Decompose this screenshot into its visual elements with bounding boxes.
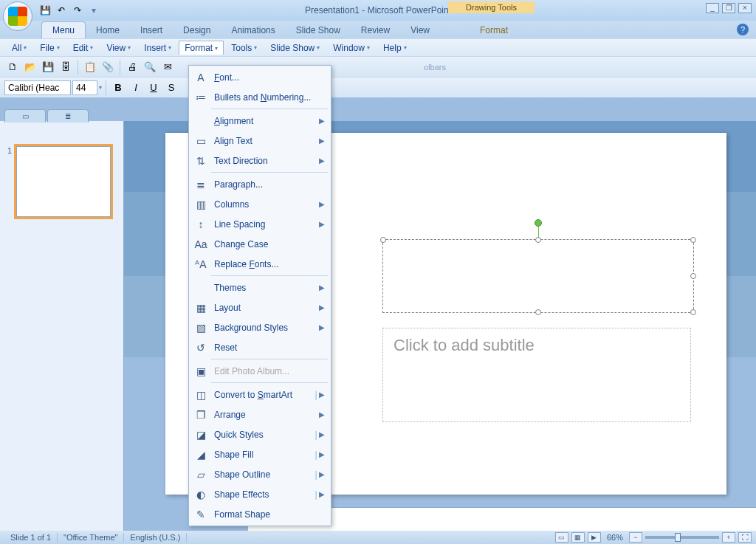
menu-item-label: Change Case [214,239,325,249]
format-menu-item[interactable]: ▱Shape Outline|▶ [189,464,331,484]
format-menu-item[interactable]: ↺Reset [189,337,331,357]
submenu-arrow-icon: ▶ [319,390,325,399]
format-menu-item[interactable]: ▭Align Text▶ [189,131,331,151]
resize-handle-ne[interactable] [690,237,696,243]
classic-menu-all[interactable]: All▾ [6,41,32,55]
mail-icon[interactable]: ✉ [159,59,176,75]
minimize-button[interactable]: _ [706,3,719,13]
font-size-combo[interactable]: 44 [72,80,97,95]
classic-menu-format[interactable]: Format▾ [179,41,224,55]
ribbon-tab-format[interactable]: Format [470,22,518,38]
fit-to-window-button[interactable]: ⛶ [738,532,752,543]
format-menu-item[interactable]: ᴬAReplace Fonts... [189,254,331,274]
format-menu-item[interactable]: ≔Bullets and Numbering... [189,87,331,107]
format-menu-item[interactable]: ▦Layout▶ [189,297,331,317]
redo-icon[interactable]: ↷ [71,4,84,17]
classic-menu-tools[interactable]: Tools▾ [225,41,263,55]
format-menu-item[interactable]: ◐Shape Effects|▶ [189,484,331,504]
slideshow-view-button[interactable]: ▶ [588,532,601,543]
ribbon-tab-insert[interactable]: Insert [130,22,173,38]
resize-handle-nw[interactable] [380,237,386,243]
format-menu-item[interactable]: ⇅Text Direction▶ [189,151,331,171]
ribbon-tab-animations[interactable]: Animations [221,22,285,38]
classic-menu-insert[interactable]: Insert▾ [138,41,177,55]
save-icon[interactable]: 💾 [40,59,56,75]
classic-menu-slideshow[interactable]: Slide Show▾ [264,41,326,55]
format-menu-item[interactable]: ▥Columns▶ [189,194,331,214]
normal-view-button[interactable]: ▭ [555,532,568,543]
menu-item-icon: ◢ [192,447,210,463]
subtitle-placeholder-text: Click to add subtitle [394,336,535,355]
save-icon[interactable]: 💾 [38,4,52,17]
font-name-combo[interactable]: Calibri (Heac [4,80,71,95]
zoom-in-button[interactable]: + [722,532,735,543]
status-language[interactable]: English (U.S.) [124,533,187,542]
menu-item-label: Reset [214,342,325,353]
format-menu-item[interactable]: Themes▶ [189,278,331,297]
menu-item-icon: ▧ [192,320,210,336]
resize-handle-e[interactable] [690,273,696,279]
new-icon[interactable]: 🗋 [4,59,21,75]
formatting-toolbar: Calibri (Heac 44 ▾ B I U S [0,77,756,97]
subtitle-placeholder[interactable]: Click to add subtitle [382,328,691,422]
qat-customize-icon[interactable]: ▾ [87,4,100,17]
outline-tab[interactable]: ≣ [47,109,89,123]
close-button[interactable]: × [738,3,752,13]
ribbon-tab-design[interactable]: Design [173,22,221,38]
window-title: Presentation1 - Microsoft PowerPoint [305,5,451,16]
classic-menu-view[interactable]: View▾ [100,41,137,55]
format-menu-item: ▣Edit Photo Album... [189,361,331,381]
save-as-icon[interactable]: 🗄 [58,59,74,75]
open-icon[interactable]: 📂 [22,59,38,75]
classic-menu-help[interactable]: Help▾ [377,41,413,55]
ribbon-tab-home[interactable]: Home [86,22,130,38]
restore-button[interactable]: ❐ [722,3,735,13]
office-button[interactable] [3,1,35,34]
format-menu-item[interactable]: ◪Quick Styles|▶ [189,424,331,444]
slides-tab[interactable]: ▭ [4,109,46,123]
ribbon-tab-review[interactable]: Review [351,22,400,38]
format-menu-item[interactable]: AaChange Case [189,234,331,254]
classic-menu-file[interactable]: File▾ [34,41,65,55]
menu-item-icon: ◪ [192,427,210,443]
menu-item-label: Columns [214,199,319,210]
zoom-slider[interactable] [645,536,719,539]
undo-icon[interactable]: ↶ [55,4,68,17]
classic-menu-window[interactable]: Window▾ [327,41,376,55]
submenu-arrow-icon: ▶ [319,220,325,228]
bold-button[interactable]: B [110,80,126,96]
paste-icon[interactable]: 📋 [82,59,98,75]
format-menu-item[interactable]: ◢Shape Fill|▶ [189,444,331,464]
print-icon[interactable]: 🖨 [124,59,140,75]
resize-handle-s[interactable] [535,309,541,315]
zoom-percent[interactable]: 66% [607,533,623,542]
help-icon[interactable]: ? [737,24,749,35]
format-menu-item[interactable]: Alignment▶ [189,111,331,131]
format-menu-item[interactable]: AFont... [189,67,331,87]
ribbon-tab-menu[interactable]: Menu [41,21,86,38]
underline-button[interactable]: U [145,80,162,96]
font-size-dropdown-icon[interactable]: ▾ [99,84,102,91]
italic-button[interactable]: I [128,80,144,96]
classic-menu-edit[interactable]: Edit▾ [67,41,100,55]
resize-handle-n[interactable] [535,237,541,243]
title-placeholder[interactable] [382,239,694,313]
attach-icon[interactable]: 📎 [100,59,116,75]
ribbon-tab-slideshow[interactable]: Slide Show [286,22,351,38]
print-preview-icon[interactable]: 🔍 [142,59,158,75]
format-menu-item[interactable]: ↕Line Spacing▶ [189,214,331,234]
format-menu-item[interactable]: ▧Background Styles▶ [189,317,331,337]
rotation-handle[interactable] [535,219,542,227]
format-menu-item[interactable]: ≣Paragraph... [189,174,331,194]
status-theme[interactable]: "Office Theme" [58,533,124,542]
shadow-button[interactable]: S [163,80,179,96]
format-menu-item[interactable]: ◫Convert to SmartArt|▶ [189,385,331,404]
format-menu-item[interactable]: ✎Format Shape [189,504,331,524]
format-menu-item[interactable]: ❐Arrange▶ [189,404,331,424]
ribbon-tab-view[interactable]: View [400,22,440,38]
slide-thumbnail-1[interactable]: 1 [7,146,116,217]
zoom-out-button[interactable]: − [629,532,642,543]
sorter-view-button[interactable]: ▦ [571,532,585,543]
status-slide-number[interactable]: Slide 1 of 1 [4,533,58,542]
resize-handle-se[interactable] [690,309,696,315]
